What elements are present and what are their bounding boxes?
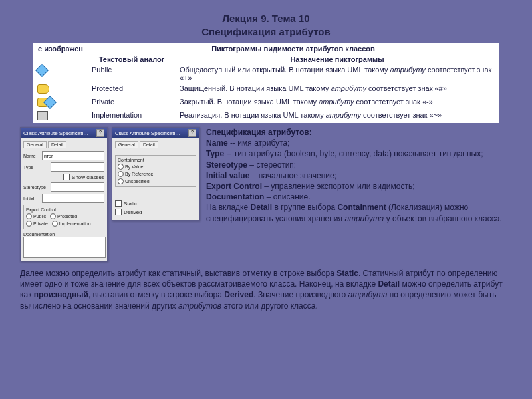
show-classes-checkbox[interactable] bbox=[63, 174, 70, 180]
close-icon[interactable]: ? bbox=[188, 129, 196, 137]
show-classes-label: Show classes bbox=[72, 174, 104, 180]
radio-by-reference[interactable] bbox=[118, 171, 124, 177]
table-row: Private Закрытый. В нотации языка UML та… bbox=[33, 96, 499, 110]
containment-group: Containment By Value By Reference Unspec… bbox=[115, 155, 196, 187]
table-caption: Пиктограммы видимости атрибутов классов bbox=[88, 43, 499, 54]
tab-general[interactable]: General bbox=[115, 141, 138, 148]
documentation-label: Documentation bbox=[23, 232, 104, 237]
radio-protected[interactable] bbox=[50, 213, 56, 219]
tab-detail[interactable]: Detail bbox=[140, 141, 158, 148]
spec-text: Спецификация атрибутов: Name -- имя атри… bbox=[203, 127, 512, 224]
radio-by-value[interactable] bbox=[118, 164, 124, 170]
cell-desc: Защищенный. В нотации языка UML такому а… bbox=[176, 83, 499, 96]
dialog-title: Class Attribute Specificati… bbox=[23, 130, 88, 136]
protected-icon bbox=[33, 83, 88, 96]
visibility-table: е изображен Пиктограммы видимости атрибу… bbox=[33, 43, 499, 123]
cell-desc: Реализация. В нотации языка UML такому а… bbox=[176, 110, 499, 123]
stereotype-label: Stereotype bbox=[23, 185, 49, 190]
bottom-paragraph: Далее можно определить атрибут как стати… bbox=[20, 268, 512, 311]
radio-public[interactable] bbox=[26, 213, 32, 219]
attribute-spec-dialog-detail: Class Attribute Specificati… ? General D… bbox=[112, 127, 200, 221]
derived-label: Derived bbox=[124, 209, 142, 215]
public-icon bbox=[33, 65, 88, 83]
name-label: Name bbox=[23, 154, 40, 158]
th-image: е изображен bbox=[33, 43, 88, 65]
stereotype-select[interactable] bbox=[51, 182, 104, 192]
documentation-field[interactable] bbox=[23, 237, 106, 258]
implementation-icon bbox=[33, 110, 88, 123]
cell-desc: Закрытый. В нотации языка UML такому атр… bbox=[176, 96, 499, 110]
dialog-title: Class Attribute Specificati… bbox=[115, 130, 180, 136]
th-text-analog: Текстовый аналог bbox=[88, 54, 176, 65]
name-field[interactable] bbox=[42, 151, 104, 160]
attribute-spec-dialog-general: Class Attribute Specificati… ? General D… bbox=[20, 127, 108, 261]
initial-field[interactable] bbox=[42, 194, 104, 203]
type-label: Type bbox=[23, 165, 49, 170]
table-row: Protected Защищенный. В нотации языка UM… bbox=[33, 83, 499, 96]
derived-checkbox[interactable] bbox=[115, 209, 122, 215]
lecture-line1: Лекция 9. Тема 10 bbox=[20, 12, 512, 25]
initial-label: Initial bbox=[23, 196, 40, 201]
cell-analog: Private bbox=[88, 96, 176, 110]
type-select[interactable] bbox=[51, 162, 104, 172]
static-checkbox[interactable] bbox=[115, 200, 122, 207]
radio-unspecified[interactable] bbox=[118, 178, 124, 184]
lecture-line2: Спецификация атрибутов bbox=[20, 25, 512, 39]
private-icon bbox=[33, 96, 88, 110]
cell-desc: Общедоступный или открытый. В нотации яз… bbox=[176, 65, 499, 83]
static-label: Static bbox=[124, 201, 137, 207]
table-row: Implementation Реализация. В нотации язы… bbox=[33, 110, 499, 123]
export-control-group: Export Control Public Protected Private … bbox=[23, 205, 104, 229]
cell-analog: Implementation bbox=[88, 110, 176, 123]
radio-private[interactable] bbox=[26, 221, 32, 227]
cell-analog: Protected bbox=[88, 83, 176, 96]
cell-analog: Public bbox=[88, 65, 176, 83]
close-icon[interactable]: ? bbox=[96, 129, 104, 137]
page-title: Лекция 9. Тема 10 Спецификация атрибутов bbox=[20, 12, 512, 38]
radio-implementation[interactable] bbox=[52, 221, 58, 227]
tab-general[interactable]: General bbox=[23, 141, 47, 148]
table-row: Public Общедоступный или открытый. В нот… bbox=[33, 65, 499, 83]
tab-detail[interactable]: Detail bbox=[48, 141, 66, 148]
th-purpose: Назначение пиктограммы bbox=[176, 54, 499, 65]
